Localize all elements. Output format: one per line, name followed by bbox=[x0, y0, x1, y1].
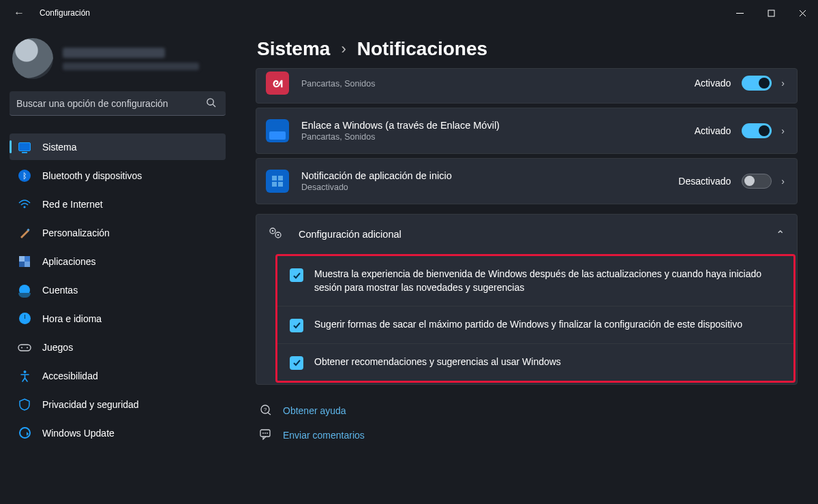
content-area: Sistema › Notificaciones ᘛ Pancartas, So… bbox=[235, 26, 818, 504]
nav-label: Privacidad y seguridad bbox=[42, 399, 139, 410]
bluetooth-icon: ᛒ bbox=[18, 169, 31, 183]
svg-point-17 bbox=[272, 230, 274, 232]
chevron-right-icon[interactable]: › bbox=[781, 78, 785, 89]
chevron-right-icon[interactable]: › bbox=[781, 176, 785, 187]
clock-icon bbox=[18, 312, 31, 326]
nav-personalization[interactable]: Personalización bbox=[10, 219, 226, 246]
highlighted-options: Muestra la experiencia de bienvenida de … bbox=[275, 254, 796, 383]
update-icon bbox=[18, 426, 31, 440]
svg-point-23 bbox=[262, 432, 264, 434]
section-title: Configuración adicional bbox=[299, 229, 776, 240]
nav-label: Juegos bbox=[42, 342, 73, 353]
user-info bbox=[63, 48, 199, 70]
svg-rect-14 bbox=[272, 182, 277, 187]
section-header[interactable]: Configuración adicional ⌃ bbox=[256, 215, 797, 254]
back-button[interactable]: ← bbox=[5, 7, 33, 19]
monitor-icon bbox=[18, 140, 31, 154]
svg-rect-12 bbox=[272, 176, 277, 180]
nav-label: Accesibilidad bbox=[42, 371, 98, 381]
checkbox-row-2[interactable]: Obtener recomendaciones y sugerencias al… bbox=[277, 343, 793, 381]
app-row-2[interactable]: Notificación de aplicación de inicio Des… bbox=[256, 158, 798, 204]
help-text: Obtener ayuda bbox=[283, 405, 346, 416]
toggle-state: Desactivado bbox=[678, 176, 731, 187]
checkbox[interactable] bbox=[290, 268, 303, 282]
checkbox-label: Muestra la experiencia de bienvenida de … bbox=[314, 267, 780, 295]
window-title: Configuración bbox=[40, 8, 90, 18]
nav-list: Sistema ᛒBluetooth y dispositivos Red e … bbox=[10, 133, 226, 446]
maximize-button[interactable] bbox=[755, 0, 787, 26]
toggle-state: Activado bbox=[695, 125, 731, 136]
footer-links: ? Obtener ayuda Enviar comentarios bbox=[256, 398, 798, 447]
svg-point-19 bbox=[277, 234, 279, 236]
apps-icon bbox=[18, 255, 31, 268]
nav-network[interactable]: Red e Internet bbox=[10, 191, 226, 217]
user-profile[interactable] bbox=[10, 33, 226, 91]
brush-icon bbox=[18, 226, 31, 240]
feedback-icon bbox=[260, 429, 273, 442]
sidebar: Sistema ᛒBluetooth y dispositivos Red e … bbox=[0, 26, 235, 504]
app-title: Notificación de aplicación de inicio bbox=[301, 170, 678, 181]
svg-line-5 bbox=[213, 104, 215, 107]
nav-accessibility[interactable]: Accesibilidad bbox=[10, 362, 226, 389]
shield-icon bbox=[18, 398, 31, 411]
app-icon bbox=[266, 170, 289, 193]
app-row-0[interactable]: ᘛ Pancartas, Sonidos Activado › bbox=[256, 68, 798, 104]
search-input[interactable] bbox=[16, 98, 203, 109]
nav-bluetooth[interactable]: ᛒBluetooth y dispositivos bbox=[10, 162, 226, 189]
wifi-icon bbox=[18, 198, 31, 211]
nav-label: Personalización bbox=[42, 227, 110, 238]
feedback-text: Enviar comentarios bbox=[283, 430, 365, 441]
svg-point-6 bbox=[23, 206, 25, 208]
nav-label: Aplicaciones bbox=[42, 256, 96, 267]
svg-rect-8 bbox=[18, 345, 31, 351]
feedback-link[interactable]: Enviar comentarios bbox=[260, 424, 798, 447]
toggle-switch[interactable] bbox=[742, 174, 772, 189]
gamepad-icon bbox=[18, 341, 31, 354]
svg-point-25 bbox=[267, 432, 268, 434]
app-title: Enlace a Windows (a través de Enlace Móv… bbox=[301, 120, 695, 131]
app-icon: ᘛ bbox=[266, 72, 289, 95]
breadcrumb-page: Notificaciones bbox=[357, 38, 487, 60]
svg-point-9 bbox=[21, 347, 22, 348]
toggle-switch[interactable] bbox=[742, 76, 772, 91]
breadcrumb: Sistema › Notificaciones bbox=[256, 26, 798, 69]
toggle-state: Activado bbox=[695, 78, 731, 89]
close-button[interactable] bbox=[787, 0, 818, 26]
app-row-1[interactable]: Enlace a Windows (a través de Enlace Móv… bbox=[256, 108, 798, 154]
app-icon bbox=[266, 119, 289, 142]
search-box[interactable] bbox=[10, 91, 226, 116]
titlebar: ← Configuración bbox=[0, 0, 818, 26]
nav-label: Bluetooth y dispositivos bbox=[42, 170, 142, 181]
gear-icon bbox=[269, 227, 285, 242]
toggle-switch[interactable] bbox=[742, 123, 772, 138]
svg-rect-15 bbox=[278, 182, 283, 187]
nav-update[interactable]: Windows Update bbox=[10, 420, 226, 446]
nav-accounts[interactable]: Cuentas bbox=[10, 277, 226, 303]
nav-privacy[interactable]: Privacidad y seguridad bbox=[10, 391, 226, 418]
nav-label: Red e Internet bbox=[42, 199, 103, 210]
breadcrumb-root[interactable]: Sistema bbox=[257, 38, 330, 60]
nav-gaming[interactable]: Juegos bbox=[10, 334, 226, 360]
checkbox[interactable] bbox=[290, 319, 303, 332]
chevron-right-icon: › bbox=[341, 40, 346, 58]
chevron-up-icon: ⌃ bbox=[776, 228, 785, 241]
nav-label: Windows Update bbox=[42, 428, 115, 439]
checkbox-label: Obtener recomendaciones y sugerencias al… bbox=[314, 355, 561, 368]
nav-apps[interactable]: Aplicaciones bbox=[10, 248, 226, 274]
nav-system[interactable]: Sistema bbox=[10, 133, 226, 160]
additional-settings-section: Configuración adicional ⌃ Muestra la exp… bbox=[256, 214, 798, 385]
user-icon bbox=[18, 283, 31, 297]
window-controls bbox=[724, 0, 818, 26]
checkbox-row-0[interactable]: Muestra la experiencia de bienvenida de … bbox=[277, 256, 793, 306]
accessibility-icon bbox=[18, 369, 31, 383]
svg-rect-1 bbox=[768, 10, 774, 16]
svg-rect-13 bbox=[278, 176, 283, 180]
avatar bbox=[12, 38, 53, 79]
nav-time[interactable]: Hora e idioma bbox=[10, 305, 226, 332]
checkbox-row-1[interactable]: Sugerir formas de sacar el máximo partid… bbox=[277, 306, 793, 343]
minimize-button[interactable] bbox=[724, 0, 755, 26]
nav-label: Hora e idioma bbox=[42, 313, 102, 324]
chevron-right-icon[interactable]: › bbox=[781, 125, 785, 136]
help-link[interactable]: ? Obtener ayuda bbox=[260, 398, 798, 424]
checkbox[interactable] bbox=[290, 356, 303, 370]
